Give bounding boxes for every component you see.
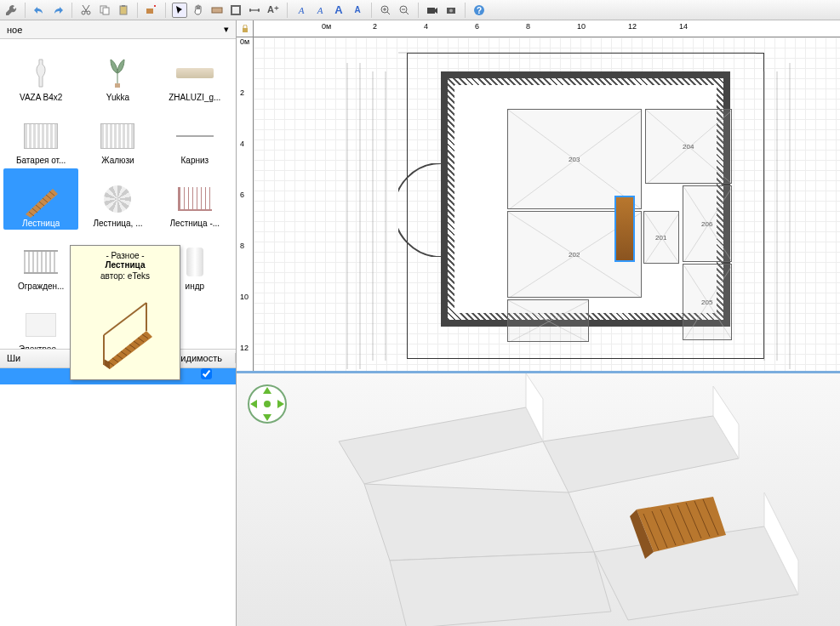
- text-a1-icon[interactable]: A: [294, 3, 309, 18]
- furniture-label: Батарея от...: [16, 156, 66, 165]
- category-label: ное: [7, 25, 22, 35]
- copy-icon[interactable]: [97, 3, 112, 18]
- text-a2-icon[interactable]: A: [312, 3, 328, 18]
- ruler-tick: 8: [526, 22, 530, 31]
- camera-icon[interactable]: [425, 3, 440, 18]
- svg-line-34: [683, 186, 731, 261]
- ruler-tick: 2: [240, 88, 244, 97]
- chevron-down-icon: ▾: [224, 24, 229, 35]
- furniture-item[interactable]: Лестница, ...: [80, 168, 155, 230]
- staircase-plan[interactable]: [614, 196, 635, 262]
- svg-text:?: ?: [477, 6, 482, 15]
- room-tool-icon[interactable]: [228, 3, 243, 18]
- svg-rect-5: [212, 8, 222, 13]
- furniture-label: Yukka: [106, 93, 129, 102]
- hand-icon[interactable]: [191, 3, 206, 18]
- svg-line-30: [646, 110, 731, 183]
- furniture-thumb-icon: [174, 179, 216, 219]
- floorplan: 201202203204205206207: [407, 53, 764, 359]
- category-selector[interactable]: ное ▾: [0, 20, 236, 39]
- cut-icon[interactable]: [78, 3, 94, 18]
- paste-icon[interactable]: [116, 3, 131, 18]
- furniture-item[interactable]: Карниз: [157, 105, 232, 167]
- visibility-checkbox[interactable]: [201, 368, 212, 379]
- furniture-item[interactable]: ZHALUZI_g...: [157, 43, 232, 104]
- ruler-tick: 12: [628, 22, 637, 31]
- svg-line-24: [644, 212, 678, 263]
- furniture-label: индр: [186, 282, 205, 291]
- photo-icon[interactable]: [443, 3, 459, 18]
- furniture-item[interactable]: Лестница -...: [157, 168, 232, 230]
- ruler-tick: 14: [679, 22, 688, 31]
- svg-rect-14: [115, 83, 120, 88]
- cursor-icon[interactable]: [172, 3, 187, 18]
- plan-view[interactable]: 0м2468101214 0м24681012 2012022032042052…: [237, 20, 840, 371]
- redo-icon[interactable]: [50, 3, 66, 18]
- furniture-item[interactable]: Жалюзи: [80, 105, 155, 167]
- svg-line-28: [508, 110, 641, 208]
- svg-point-11: [449, 9, 453, 12]
- furniture-item[interactable]: VAZA B4x2: [3, 43, 78, 104]
- furniture-item[interactable]: Yukka: [80, 43, 155, 104]
- furniture-label: Лестница -...: [170, 219, 220, 228]
- furniture-thumb-icon: [20, 117, 62, 156]
- lock-icon[interactable]: [237, 20, 254, 37]
- help-icon[interactable]: ?: [471, 3, 487, 18]
- dimension-tool-icon[interactable]: [247, 3, 262, 18]
- furniture-thumb-icon: [174, 54, 216, 93]
- ruler-tick: 2: [373, 22, 377, 31]
- text-a3-icon[interactable]: A: [331, 3, 346, 18]
- svg-rect-6: [231, 6, 240, 14]
- furniture-label: Лестница: [22, 219, 60, 228]
- room[interactable]: 203: [507, 109, 642, 209]
- furniture-item[interactable]: Лестница: [3, 168, 78, 230]
- wrench-icon[interactable]: [3, 3, 19, 18]
- svg-rect-1: [103, 8, 109, 14]
- zoom-out-icon[interactable]: [397, 3, 412, 18]
- furniture-label: VAZA B4x2: [20, 93, 62, 102]
- room[interactable]: 204: [645, 109, 732, 184]
- furniture-thumb-icon: [20, 179, 62, 219]
- furniture-thumb-icon: [174, 117, 216, 156]
- svg-marker-53: [390, 552, 611, 626]
- furniture-thumb-icon: [20, 242, 62, 282]
- svg-marker-68: [104, 359, 110, 369]
- ruler-tick: 6: [475, 22, 479, 31]
- svg-line-80: [104, 303, 146, 335]
- svg-rect-9: [427, 8, 435, 14]
- wall-tool-icon[interactable]: [209, 3, 225, 18]
- room[interactable]: 206: [683, 185, 732, 262]
- room[interactable]: 201: [643, 211, 679, 264]
- furniture-tooltip: - Разное - Лестница автор: eTeks: [70, 245, 180, 380]
- ruler-tick: 4: [240, 139, 244, 148]
- tooltip-name: Лестница: [76, 260, 174, 270]
- furniture-label: Огражден...: [18, 282, 65, 291]
- svg-line-32: [683, 265, 731, 339]
- furniture-label: Карниз: [181, 156, 209, 165]
- ruler-tick: 0м: [240, 37, 249, 46]
- room[interactable]: 205: [683, 264, 732, 340]
- add-furniture-icon[interactable]: [144, 3, 159, 18]
- zoom-in-icon[interactable]: [378, 3, 393, 18]
- svg-rect-23: [243, 28, 248, 32]
- room[interactable]: 207: [507, 299, 589, 342]
- furniture-item[interactable]: Огражден...: [3, 231, 78, 293]
- text-a4-icon[interactable]: A: [350, 3, 365, 18]
- furniture-label: Жалюзи: [101, 156, 134, 165]
- view-3d[interactable]: [237, 371, 840, 626]
- furniture-item[interactable]: Электроо...: [3, 294, 78, 349]
- text-tool-icon[interactable]: A⁺: [266, 3, 281, 18]
- rooms-3d: [237, 373, 840, 626]
- svg-marker-51: [364, 484, 594, 561]
- furniture-thumb-icon: [96, 54, 139, 93]
- plan-canvas[interactable]: 201202203204205206207: [254, 37, 840, 371]
- tooltip-category: - Разное -: [76, 251, 174, 260]
- furniture-thumb-icon: [20, 54, 62, 93]
- ruler-tick: 4: [424, 22, 428, 31]
- furniture-item[interactable]: Батарея от...: [3, 105, 78, 167]
- furniture-thumb-icon: [96, 117, 139, 156]
- svg-rect-2: [120, 6, 127, 14]
- furniture-label: ZHALUZI_g...: [169, 93, 220, 102]
- ruler-tick: 0м: [322, 22, 331, 31]
- undo-icon[interactable]: [31, 3, 47, 18]
